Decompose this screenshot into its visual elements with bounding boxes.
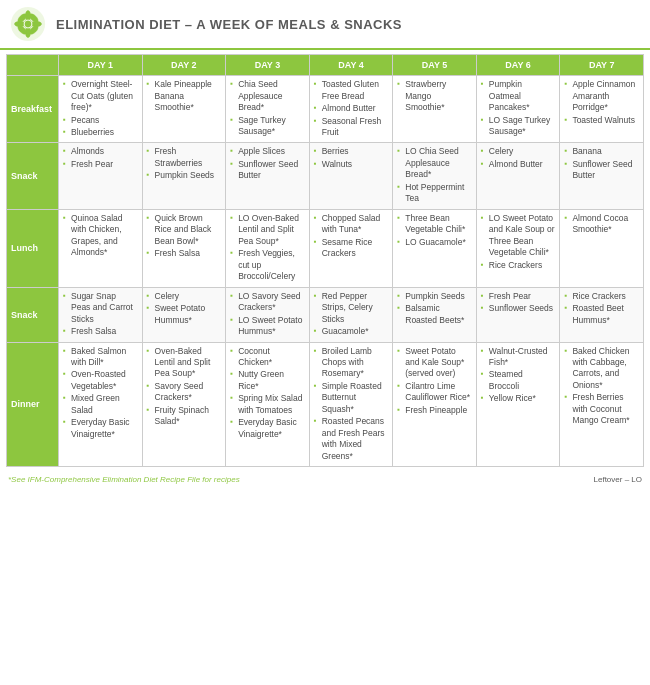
list-item: Quinoa Salad with Chicken, Grapes, and A… bbox=[63, 213, 138, 259]
meal-row-snack-1: SnackAlmondsFresh PearFresh Strawberries… bbox=[7, 143, 644, 209]
footer-abbrev: Leftover – LO bbox=[594, 475, 642, 484]
list-item: Fruity Spinach Salad* bbox=[147, 405, 222, 428]
cell-breakfast-day7: Apple Cinnamon Amaranth Porridge*Toasted… bbox=[560, 76, 644, 143]
col-day4: DAY 4 bbox=[309, 55, 393, 76]
list-item: Sesame Rice Crackers bbox=[314, 237, 389, 260]
col-day2: DAY 2 bbox=[142, 55, 226, 76]
cell-breakfast-day5: Strawberry Mango Smoothie* bbox=[393, 76, 477, 143]
list-item: Sunflower Seed Butter bbox=[230, 159, 305, 182]
list-item: Quick Brown Rice and Black Bean Bowl* bbox=[147, 213, 222, 247]
list-item: Almond Butter bbox=[314, 103, 389, 114]
list-item: Savory Seed Crackers* bbox=[147, 381, 222, 404]
cell-snack-day1: Sugar Snap Peas and Carrot SticksFresh S… bbox=[59, 287, 143, 342]
list-item: Balsamic Roasted Beets* bbox=[397, 303, 472, 326]
list-item: LO Guacamole* bbox=[397, 237, 472, 248]
list-item: Chopped Salad with Tuna* bbox=[314, 213, 389, 236]
meal-row-breakfast-0: BreakfastOvernight Steel-Cut Oats (glute… bbox=[7, 76, 644, 143]
list-item: Everyday Basic Vinaigrette* bbox=[230, 417, 305, 440]
list-item: Oven-Roasted Vegetables* bbox=[63, 369, 138, 392]
list-item: Apple Cinnamon Amaranth Porridge* bbox=[564, 79, 639, 113]
cell-dinner-day1: Baked Salmon with Dill*Oven-Roasted Vege… bbox=[59, 342, 143, 467]
list-item: Banana bbox=[564, 146, 639, 157]
column-headers: DAY 1 DAY 2 DAY 3 DAY 4 DAY 5 DAY 6 DAY … bbox=[7, 55, 644, 76]
row-label-dinner: Dinner bbox=[7, 342, 59, 467]
list-item: Pumpkin Oatmeal Pancakes* bbox=[481, 79, 556, 113]
list-item: Walnut-Crusted Fish* bbox=[481, 346, 556, 369]
list-item: Almond Cocoa Smoothie* bbox=[564, 213, 639, 236]
col-day6: DAY 6 bbox=[476, 55, 560, 76]
cell-snack-day3: Apple SlicesSunflower Seed Butter bbox=[226, 143, 310, 209]
cell-snack-day7: BananaSunflower Seed Butter bbox=[560, 143, 644, 209]
list-item: Broiled Lamb Chops with Rosemary* bbox=[314, 346, 389, 380]
list-item: Simple Roasted Butternut Squash* bbox=[314, 381, 389, 415]
cell-breakfast-day2: Kale Pineapple Banana Smoothie* bbox=[142, 76, 226, 143]
header: ELIMINATION DIET – A WEEK OF MEALS & SNA… bbox=[0, 0, 650, 50]
cell-snack-day4: BerriesWalnuts bbox=[309, 143, 393, 209]
list-item: Sunflower Seeds bbox=[481, 303, 556, 314]
col-label bbox=[7, 55, 59, 76]
meal-row-dinner-4: DinnerBaked Salmon with Dill*Oven-Roaste… bbox=[7, 342, 644, 467]
cell-lunch-day5: Three Bean Vegetable Chili*LO Guacamole* bbox=[393, 209, 477, 287]
footer-note: *See IFM-Comprehensive Elimination Diet … bbox=[8, 475, 240, 484]
list-item: Toasted Walnuts bbox=[564, 115, 639, 126]
col-day1: DAY 1 bbox=[59, 55, 143, 76]
cell-snack-day2: CelerySweet Potato Hummus* bbox=[142, 287, 226, 342]
list-item: Strawberry Mango Smoothie* bbox=[397, 79, 472, 113]
meal-table: DAY 1 DAY 2 DAY 3 DAY 4 DAY 5 DAY 6 DAY … bbox=[6, 54, 644, 467]
cell-dinner-day2: Oven-Baked Lentil and Split Pea Soup*Sav… bbox=[142, 342, 226, 467]
cell-snack-day4: Red Pepper Strips, Celery SticksGuacamol… bbox=[309, 287, 393, 342]
list-item: LO Savory Seed Crackers* bbox=[230, 291, 305, 314]
list-item: Berries bbox=[314, 146, 389, 157]
list-item: Pumpkin Seeds bbox=[147, 170, 222, 181]
list-item: Celery bbox=[481, 146, 556, 157]
cell-breakfast-day1: Overnight Steel-Cut Oats (gluten free)*P… bbox=[59, 76, 143, 143]
cell-snack-day7: Rice CrackersRoasted Beet Hummus* bbox=[560, 287, 644, 342]
cell-snack-day5: Pumpkin SeedsBalsamic Roasted Beets* bbox=[393, 287, 477, 342]
cell-lunch-day7: Almond Cocoa Smoothie* bbox=[560, 209, 644, 287]
list-item: Yellow Rice* bbox=[481, 393, 556, 404]
cell-breakfast-day3: Chia Seed Applesauce Bread*Sage Turkey S… bbox=[226, 76, 310, 143]
col-day5: DAY 5 bbox=[393, 55, 477, 76]
col-day7: DAY 7 bbox=[560, 55, 644, 76]
list-item: LO Chia Seed Applesauce Bread* bbox=[397, 146, 472, 180]
list-item: Spring Mix Salad with Tomatoes bbox=[230, 393, 305, 416]
meal-table-wrap: DAY 1 DAY 2 DAY 3 DAY 4 DAY 5 DAY 6 DAY … bbox=[0, 50, 650, 471]
cell-breakfast-day4: Toasted Gluten Free BreadAlmond ButterSe… bbox=[309, 76, 393, 143]
cell-lunch-day3: LO Oven-Baked Lentil and Split Pea Soup*… bbox=[226, 209, 310, 287]
cell-dinner-day7: Baked Chicken with Cabbage, Carrots, and… bbox=[560, 342, 644, 467]
list-item: Fresh Veggies, cut up Broccoli/Celery bbox=[230, 248, 305, 282]
list-item: LO Sage Turkey Sausage* bbox=[481, 115, 556, 138]
list-item: Oven-Baked Lentil and Split Pea Soup* bbox=[147, 346, 222, 380]
cell-dinner-day4: Broiled Lamb Chops with Rosemary*Simple … bbox=[309, 342, 393, 467]
list-item: Pumpkin Seeds bbox=[397, 291, 472, 302]
list-item: Seasonal Fresh Fruit bbox=[314, 116, 389, 139]
cell-dinner-day3: Coconut Chicken*Nutty Green Rice*Spring … bbox=[226, 342, 310, 467]
svg-point-10 bbox=[25, 21, 31, 27]
cell-lunch-day6: LO Sweet Potato and Kale Soup or Three B… bbox=[476, 209, 560, 287]
cell-snack-day6: Fresh PearSunflower Seeds bbox=[476, 287, 560, 342]
list-item: Hot Peppermint Tea bbox=[397, 182, 472, 205]
list-item: Sweet Potato Hummus* bbox=[147, 303, 222, 326]
cell-dinner-day5: Sweet Potato and Kale Soup* (served over… bbox=[393, 342, 477, 467]
cell-snack-day1: AlmondsFresh Pear bbox=[59, 143, 143, 209]
list-item: Sugar Snap Peas and Carrot Sticks bbox=[63, 291, 138, 325]
list-item: Fresh Salsa bbox=[63, 326, 138, 337]
header-title: ELIMINATION DIET – A WEEK OF MEALS & SNA… bbox=[56, 17, 402, 32]
list-item: Kale Pineapple Banana Smoothie* bbox=[147, 79, 222, 113]
cell-lunch-day1: Quinoa Salad with Chicken, Grapes, and A… bbox=[59, 209, 143, 287]
list-item: Nutty Green Rice* bbox=[230, 369, 305, 392]
list-item: Overnight Steel-Cut Oats (gluten free)* bbox=[63, 79, 138, 113]
list-item: Red Pepper Strips, Celery Sticks bbox=[314, 291, 389, 325]
list-item: Almond Butter bbox=[481, 159, 556, 170]
cell-breakfast-day6: Pumpkin Oatmeal Pancakes*LO Sage Turkey … bbox=[476, 76, 560, 143]
cell-lunch-day2: Quick Brown Rice and Black Bean Bowl*Fre… bbox=[142, 209, 226, 287]
list-item: Fresh Berries with Coconut Mango Cream* bbox=[564, 392, 639, 426]
row-label-snack: Snack bbox=[7, 287, 59, 342]
cell-snack-day5: LO Chia Seed Applesauce Bread*Hot Pepper… bbox=[393, 143, 477, 209]
list-item: Sage Turkey Sausage* bbox=[230, 115, 305, 138]
cell-lunch-day4: Chopped Salad with Tuna*Sesame Rice Crac… bbox=[309, 209, 393, 287]
list-item: Fresh Pear bbox=[63, 159, 138, 170]
list-item: Cilantro Lime Cauliflower Rice* bbox=[397, 381, 472, 404]
row-label-lunch: Lunch bbox=[7, 209, 59, 287]
list-item: Toasted Gluten Free Bread bbox=[314, 79, 389, 102]
